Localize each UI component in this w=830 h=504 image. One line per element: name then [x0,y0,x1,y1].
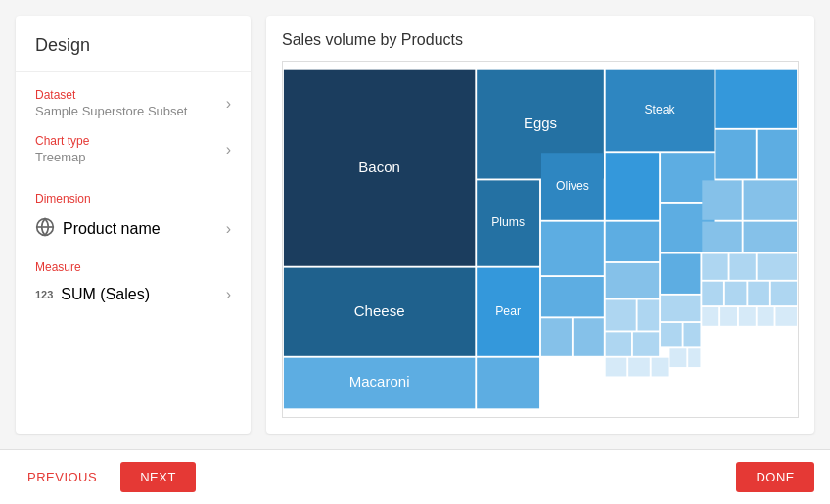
done-button[interactable]: DONE [736,462,814,492]
dataset-chevron-icon: › [226,95,231,113]
svg-rect-54 [739,307,756,326]
svg-text:Bacon: Bacon [358,159,400,175]
svg-rect-38 [758,254,797,280]
svg-text:Cheese: Cheese [354,302,405,319]
svg-rect-56 [775,307,797,326]
chart-area: Sales volume by Products BaconEggsSteakC… [266,16,814,434]
charttype-value: Treemap [35,150,89,164]
measure-chevron-icon: › [226,286,231,303]
svg-rect-45 [748,282,769,305]
measure-left: 123 SUM (Sales) [35,286,150,303]
svg-rect-24 [541,318,572,356]
dataset-info: Dataset Sample Superstore Subset [35,88,187,118]
svg-rect-9 [715,130,755,179]
charttype-row[interactable]: Chart type Treemap › [35,126,231,172]
svg-text:Olives: Olives [556,179,589,193]
measure-section-header: Measure [16,249,251,278]
charttype-info: Chart type Treemap [35,134,89,164]
svg-rect-28 [702,180,741,219]
svg-rect-26 [606,222,659,261]
dimension-chevron-icon: › [226,220,231,238]
svg-rect-29 [744,180,797,219]
dimension-value: Product name [63,220,161,238]
dataset-label: Dataset [35,88,187,102]
svg-rect-37 [729,254,755,280]
measure-value: SUM (Sales) [61,286,150,303]
svg-rect-55 [758,307,774,326]
svg-rect-50 [669,348,686,367]
svg-rect-10 [758,130,797,179]
svg-rect-36 [702,254,727,280]
charttype-chevron-icon: › [226,141,231,159]
svg-text:Eggs: Eggs [524,115,557,131]
svg-rect-35 [661,296,700,321]
svg-rect-44 [725,282,747,305]
svg-rect-25 [574,318,604,356]
svg-rect-22 [541,222,604,275]
sidebar-title: Design [16,35,251,71]
treemap: BaconEggsSteakCheesePlumsOlivesPearMacar… [283,62,798,417]
dimension-row[interactable]: Product name › [16,209,251,249]
footer: PREVIOUS NEXT DONE [0,449,830,504]
svg-rect-8 [715,70,797,128]
svg-rect-48 [628,358,650,377]
svg-rect-53 [720,307,737,326]
svg-rect-34 [638,299,660,330]
svg-rect-51 [688,348,700,367]
previous-button[interactable]: PREVIOUS [16,462,109,492]
next-button[interactable]: NEXT [120,462,196,492]
measure-icon: 123 [35,289,53,300]
svg-rect-17 [606,153,659,220]
dimension-left: Product name [35,217,161,241]
svg-rect-33 [606,299,636,330]
svg-rect-49 [652,358,669,377]
svg-rect-23 [541,277,604,316]
svg-rect-32 [744,222,797,252]
svg-text:Steak: Steak [644,103,675,116]
dataset-section: Dataset Sample Superstore Subset › Chart… [16,71,251,180]
svg-rect-42 [684,323,701,346]
sidebar: Design Dataset Sample Superstore Subset … [16,16,251,434]
svg-text:Macaroni: Macaroni [349,373,410,389]
svg-text:Pear: Pear [495,304,521,318]
charttype-label: Chart type [35,134,89,148]
treemap-container: BaconEggsSteakCheesePlumsOlivesPearMacar… [282,61,799,418]
svg-rect-40 [633,332,659,355]
svg-rect-52 [702,307,718,326]
svg-rect-59 [477,358,539,409]
globe-icon [35,217,55,241]
measure-row[interactable]: 123 SUM (Sales) › [16,278,251,311]
svg-rect-39 [606,332,631,355]
svg-rect-43 [702,282,723,305]
chart-title: Sales volume by Products [282,31,799,49]
footer-left: PREVIOUS NEXT [16,462,196,492]
svg-rect-30 [606,263,659,298]
svg-rect-41 [661,323,682,346]
svg-rect-27 [661,254,700,294]
dataset-value: Sample Superstore Subset [35,104,187,118]
svg-rect-47 [606,358,627,377]
svg-text:Plums: Plums [491,215,525,229]
svg-rect-31 [702,222,741,252]
dataset-row[interactable]: Dataset Sample Superstore Subset › [35,80,231,126]
svg-rect-46 [771,282,797,305]
dimension-section-header: Dimension [16,180,251,209]
